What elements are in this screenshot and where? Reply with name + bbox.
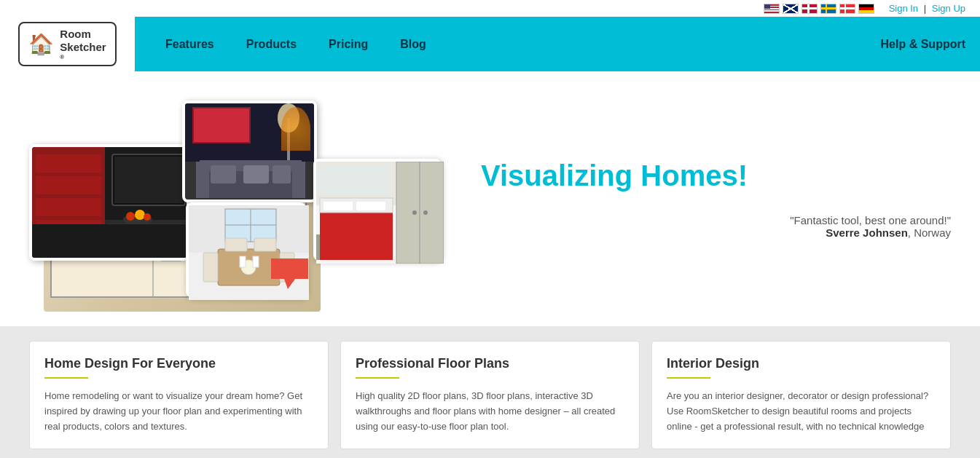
nav-features[interactable]: Features	[149, 17, 230, 71]
logo-line1: Room	[60, 28, 106, 41]
collage	[29, 86, 452, 312]
hero-quote-author: Sverre Johnsen, Norway	[481, 226, 951, 239]
svg-rect-26	[149, 224, 189, 260]
svg-point-31	[135, 210, 145, 220]
hero-author-loc: , Norway	[908, 226, 951, 239]
flag-gb-icon[interactable]	[783, 4, 799, 14]
language-flags	[764, 4, 874, 14]
svg-rect-70	[316, 234, 320, 260]
svg-point-65	[423, 210, 428, 215]
hero-text: Visualizing Homes! "Fantastic tool, best…	[481, 159, 951, 239]
auth-separator: |	[924, 3, 926, 14]
signin-link[interactable]: Sign In	[889, 3, 918, 14]
card-text-2: Are you an interior designer, decorator …	[667, 389, 936, 434]
svg-rect-55	[225, 238, 247, 251]
hero-quote-block: "Fantastic tool, best one around!" Sverr…	[481, 214, 951, 239]
logo-text: Room Sketcher®	[60, 28, 106, 61]
logo-area[interactable]: 🏠 Room Sketcher®	[0, 17, 135, 71]
flag-us-icon[interactable]	[764, 4, 780, 14]
card-divider-0	[44, 377, 88, 379]
top-bar: Sign In | Sign Up	[0, 0, 980, 17]
svg-rect-43	[292, 162, 305, 198]
logo-line2: Sketcher®	[60, 41, 106, 61]
svg-point-39	[278, 103, 299, 133]
card-text-1: High quality 2D floor plans, 3D floor pl…	[356, 389, 624, 434]
logo-icon: 🏠	[28, 32, 54, 56]
hero-author-name: Sverre Johnsen	[826, 226, 908, 239]
svg-rect-42	[196, 162, 209, 198]
svg-rect-44	[211, 165, 236, 183]
navbar: 🏠 Room Sketcher® Features Products Prici…	[0, 17, 980, 71]
svg-rect-21	[36, 176, 101, 194]
cards-section: Home Design For Everyone Home remodeling…	[0, 326, 980, 458]
logo-box: 🏠 Room Sketcher®	[18, 22, 116, 67]
card-title-0: Home Design For Everyone	[44, 356, 313, 371]
card-title-2: Interior Design	[667, 356, 936, 371]
hero-quote-text: "Fantastic tool, best one around!"	[481, 214, 951, 226]
svg-rect-68	[324, 202, 353, 210]
svg-rect-24	[105, 220, 189, 261]
svg-rect-36	[194, 108, 249, 142]
card-divider-2	[667, 377, 710, 379]
signup-link[interactable]: Sign Up	[932, 3, 965, 14]
nav-links: Features Products Pricing Blog	[135, 17, 881, 71]
bedroom-image	[313, 159, 441, 261]
svg-rect-45	[243, 165, 269, 183]
flag-de-icon[interactable]	[858, 4, 874, 14]
auth-links: Sign In | Sign Up	[889, 3, 965, 14]
svg-rect-25	[109, 224, 145, 260]
svg-rect-37	[287, 118, 290, 162]
hero-title: Visualizing Homes!	[481, 159, 951, 192]
hero-collage	[29, 86, 452, 312]
hero-section: Visualizing Homes! "Fantastic tool, best…	[0, 71, 980, 326]
svg-rect-28	[114, 157, 183, 203]
svg-rect-46	[273, 165, 291, 183]
svg-rect-23	[36, 220, 101, 238]
svg-rect-22	[36, 198, 101, 216]
nav-pricing[interactable]: Pricing	[313, 17, 384, 71]
flag-dk-icon[interactable]	[801, 4, 818, 14]
card-divider-1	[356, 377, 399, 379]
svg-point-32	[144, 213, 151, 221]
nav-right: Help & Support	[881, 17, 980, 71]
svg-rect-20	[36, 154, 101, 173]
card-interior-design: Interior Design Are you an interior desi…	[651, 341, 951, 449]
card-floor-plans: Professional Floor Plans High quality 2D…	[340, 341, 640, 449]
nav-products[interactable]: Products	[230, 17, 313, 71]
flag-se-icon[interactable]	[820, 4, 836, 14]
nav-blog[interactable]: Blog	[384, 17, 442, 71]
svg-rect-58	[240, 256, 246, 267]
svg-rect-59	[253, 256, 259, 267]
flag-no-icon[interactable]	[839, 4, 855, 14]
card-home-design: Home Design For Everyone Home remodeling…	[29, 341, 329, 449]
help-link[interactable]: Help & Support	[881, 38, 965, 51]
svg-rect-69	[356, 202, 385, 210]
svg-rect-53	[203, 253, 218, 282]
svg-point-64	[412, 210, 417, 215]
living-image	[182, 100, 317, 202]
svg-rect-56	[254, 238, 276, 251]
card-title-1: Professional Floor Plans	[356, 356, 624, 371]
kitchen-image	[29, 144, 189, 261]
svg-point-30	[126, 212, 135, 221]
speech-bubble	[270, 257, 310, 286]
svg-rect-71	[316, 165, 389, 194]
card-text-0: Home remodeling or want to visualize you…	[44, 389, 313, 434]
